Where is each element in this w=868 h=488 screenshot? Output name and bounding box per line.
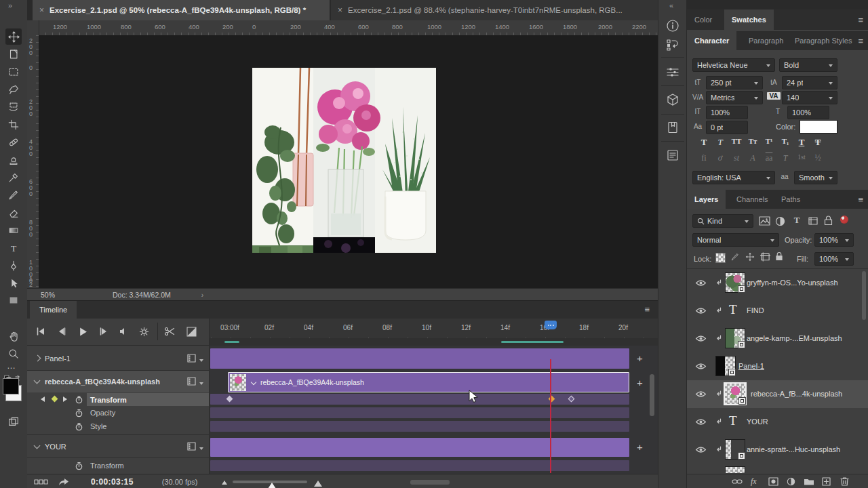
property-label-box[interactable]: Transform bbox=[87, 393, 209, 406]
libraries-panel-icon[interactable] bbox=[662, 117, 684, 138]
fractions-button[interactable]: ½ bbox=[810, 153, 825, 163]
next-keyframe-icon[interactable] bbox=[63, 396, 67, 402]
panel-menu-icon[interactable]: ≡ bbox=[858, 36, 863, 46]
previous-keyframe-icon[interactable] bbox=[41, 396, 45, 402]
delete-layer-icon[interactable] bbox=[840, 476, 849, 486]
ordinals-button[interactable]: T bbox=[778, 153, 793, 163]
new-group-icon[interactable] bbox=[804, 477, 814, 486]
zoom-tool[interactable] bbox=[5, 346, 22, 362]
underline-button[interactable]: T bbox=[794, 137, 809, 148]
filter-toggle-icon[interactable] bbox=[840, 216, 848, 224]
keyframe-lane-opacity[interactable] bbox=[210, 407, 629, 418]
filter-shape-layers-icon[interactable] bbox=[808, 216, 818, 226]
timeline-zoom-slider[interactable] bbox=[233, 481, 307, 483]
chevron-right-icon[interactable] bbox=[35, 355, 41, 362]
layer-style-fx-icon[interactable]: fx bbox=[751, 476, 757, 487]
healing-brush-tool[interactable] bbox=[5, 134, 22, 150]
text-color-swatch[interactable] bbox=[800, 120, 837, 134]
type-tool[interactable]: T bbox=[5, 240, 22, 256]
tracking-select[interactable]: 140 bbox=[782, 91, 837, 104]
antialias-select[interactable]: Smooth bbox=[794, 171, 837, 184]
properties-panel-icon[interactable] bbox=[662, 61, 684, 83]
faux-bold-button[interactable]: T bbox=[696, 137, 711, 148]
filter-adjustment-layers-icon[interactable] bbox=[775, 216, 785, 226]
current-timecode[interactable]: 0:00:03:15 bbox=[91, 477, 134, 487]
lock-artboard-icon[interactable] bbox=[760, 252, 770, 262]
filter-type-layers-icon[interactable]: T bbox=[791, 215, 802, 226]
comment-marker[interactable] bbox=[501, 341, 564, 343]
crop-tool[interactable] bbox=[5, 117, 22, 133]
small-caps-button[interactable]: Tᴛ bbox=[745, 137, 760, 145]
opacity-field[interactable]: 100% bbox=[814, 233, 854, 247]
lasso-tool[interactable] bbox=[5, 81, 22, 98]
font-style-select[interactable]: Bold bbox=[779, 58, 837, 72]
panel-menu-icon[interactable]: ≡ bbox=[858, 15, 863, 25]
timeline-vertical-scrollbar[interactable] bbox=[650, 374, 654, 416]
lock-position-icon[interactable] bbox=[745, 252, 755, 262]
blend-mode-select[interactable]: Normal bbox=[692, 233, 779, 247]
lock-pixels-icon[interactable] bbox=[730, 252, 740, 262]
tab-timeline[interactable]: Timeline bbox=[30, 301, 77, 319]
lock-transparency-icon[interactable] bbox=[715, 253, 726, 263]
track-group-your[interactable]: YOUR bbox=[27, 436, 209, 457]
playhead-handle[interactable] bbox=[545, 321, 557, 329]
new-layer-icon[interactable] bbox=[822, 477, 831, 486]
stopwatch-icon[interactable] bbox=[75, 462, 83, 470]
3d-panel-icon[interactable] bbox=[662, 89, 684, 110]
tab-paths[interactable]: Paths bbox=[774, 190, 808, 209]
previous-frame-button[interactable] bbox=[54, 324, 70, 339]
transition-button[interactable] bbox=[183, 324, 199, 339]
language-select[interactable]: English: USA bbox=[692, 171, 775, 184]
filter-pixel-layers-icon[interactable] bbox=[759, 216, 770, 226]
layers-scrollbar[interactable] bbox=[862, 271, 866, 320]
subscript-button[interactable]: T₁ bbox=[778, 137, 793, 145]
lock-all-icon[interactable] bbox=[775, 251, 783, 262]
tab-layers[interactable]: Layers bbox=[687, 190, 726, 209]
toolbar-expand-icon[interactable]: » bbox=[8, 1, 12, 9]
keyframe-lane-style[interactable] bbox=[210, 421, 629, 432]
foreground-color-swatch[interactable] bbox=[3, 378, 19, 394]
chevron-down-icon[interactable] bbox=[199, 359, 203, 364]
leading-select[interactable]: 24 pt bbox=[782, 76, 837, 89]
paragraph-panel-icon[interactable] bbox=[662, 144, 684, 166]
clip-rebecca[interactable]: rebecca-A_fBQe39A4k-unsplash bbox=[228, 372, 629, 392]
go-to-first-frame-button[interactable] bbox=[33, 324, 49, 339]
ligatures-button[interactable]: fi bbox=[696, 153, 711, 163]
kerning-select[interactable]: Metrics bbox=[706, 91, 763, 104]
visibility-eye-icon[interactable] bbox=[695, 307, 707, 314]
frame-view-icon[interactable] bbox=[34, 479, 49, 485]
tab-paragraph-styles[interactable]: Paragraph Styles bbox=[787, 31, 859, 50]
property-row-transform-your[interactable]: Transform bbox=[27, 460, 209, 472]
layer-row-selected[interactable]: rebecca-A_fB...4k-unsplash bbox=[687, 380, 868, 408]
screen-mode-icon[interactable] bbox=[5, 413, 22, 430]
zoom-level[interactable]: 50% bbox=[41, 291, 55, 299]
swash-button[interactable]: ơ bbox=[713, 153, 728, 163]
audio-mute-button[interactable] bbox=[115, 324, 132, 339]
tab-paragraph[interactable]: Paragraph bbox=[741, 31, 791, 50]
tab-swatches[interactable]: Swatches bbox=[724, 9, 774, 30]
visibility-eye-icon[interactable] bbox=[695, 418, 707, 426]
add-media-button[interactable]: + bbox=[637, 354, 643, 363]
document-tab-inactive[interactable]: × Excercise_2.1.psd @ 88.4% (stephanie-h… bbox=[331, 0, 658, 20]
close-icon[interactable]: × bbox=[338, 5, 342, 15]
layer-filter-select[interactable]: Kind bbox=[692, 214, 753, 228]
stylistic-alternates-button[interactable]: A bbox=[745, 153, 760, 163]
clip-your[interactable] bbox=[210, 438, 629, 457]
layer-row[interactable]: gryffyn-m-OS...Yo-unsplash bbox=[687, 269, 868, 297]
layer-row[interactable]: angele-kamp-...EM-unsplash bbox=[687, 325, 868, 352]
all-caps-button[interactable]: TT bbox=[729, 137, 744, 145]
layer-row[interactable]: annie-spratt-...Huc-unsplash bbox=[687, 436, 868, 464]
split-at-playhead-button[interactable] bbox=[161, 324, 178, 339]
artboard-tool[interactable] bbox=[5, 46, 22, 62]
layer-row-partial[interactable] bbox=[687, 464, 868, 473]
timeline-horizontal-scrollbar[interactable] bbox=[410, 480, 450, 485]
visibility-eye-icon[interactable] bbox=[695, 279, 707, 287]
brush-tool[interactable] bbox=[5, 187, 22, 203]
keyframe-lane-transform-your[interactable] bbox=[210, 460, 629, 471]
next-frame-button[interactable] bbox=[96, 324, 112, 339]
font-family-select[interactable]: Helvetica Neue bbox=[692, 58, 775, 72]
ordinal-button[interactable]: 1st bbox=[794, 153, 809, 161]
visibility-eye-icon[interactable] bbox=[695, 363, 707, 370]
eraser-tool[interactable] bbox=[5, 205, 22, 221]
tab-color[interactable]: Color bbox=[687, 9, 719, 30]
